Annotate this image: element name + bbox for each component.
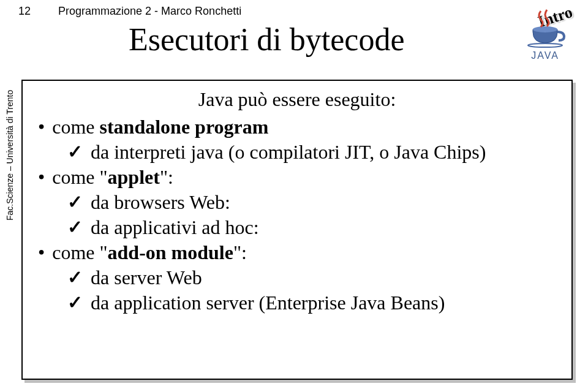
bullet-addon: come "add-on module": [38,241,556,264]
bullet-addon-sub2: da application server (Enterprise Java B… [67,292,556,314]
svg-point-0 [533,26,557,32]
affiliation-sidebar: Fac.Scienze – Università di Trento [5,90,15,221]
slide-header: 12 Programmazione 2 - Marco Ronchetti [0,5,588,18]
java-cup-icon [524,6,567,49]
intro-line: Java può essere eseguito: [38,88,556,111]
slide-title: Esecutori di bytecode [129,21,405,58]
bullet-applet: come "applet": [38,166,556,189]
bullet-addon-sub1: da server Web [67,266,556,289]
bullet-standalone-sub1: da interpreti java (o compilatori JIT, o… [67,141,556,164]
page-number: 12 [18,5,31,18]
bullet-applet-sub1: da browsers Web: [67,191,556,214]
course-title: Programmazione 2 - Marco Ronchetti [58,5,241,18]
java-logo: Intro JAVA [514,6,576,77]
bullet-standalone: come standalone program [38,116,556,138]
content-box: Java può essere eseguito: come standalon… [21,80,573,380]
java-logo-text: JAVA [531,50,559,61]
svg-point-1 [528,43,562,47]
bullet-applet-sub2: da applicativi ad hoc: [67,216,556,239]
